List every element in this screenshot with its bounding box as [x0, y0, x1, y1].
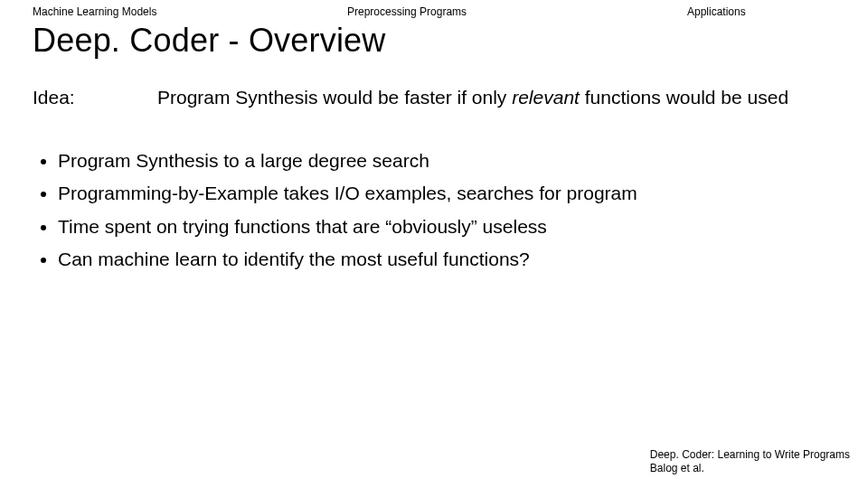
bullet-list: Program Synthesis to a large degree sear…	[0, 108, 868, 276]
idea-text: Program Synthesis would be faster if onl…	[157, 87, 835, 108]
idea-text-pre: Program Synthesis would be faster if onl…	[157, 87, 512, 108]
citation-title: Deep. Coder: Learning to Write Programs	[650, 448, 850, 462]
list-item: Programming-by-Example takes I/O example…	[58, 177, 835, 210]
idea-label: Idea:	[33, 87, 157, 108]
idea-text-em: relevant	[512, 87, 580, 108]
tab-preprocessing: Preprocessing Programs	[347, 5, 651, 18]
citation-authors: Balog et al.	[650, 462, 850, 475]
slide: Machine Learning Models Preprocessing Pr…	[0, 0, 868, 488]
list-item: Program Synthesis to a large degree sear…	[58, 145, 835, 177]
slide-title: Deep. Coder - Overview	[0, 18, 868, 70]
list-item: Time spent on trying functions that are …	[58, 211, 835, 243]
idea-text-post: functions would be used	[580, 87, 788, 108]
list-item: Can machine learn to identify the most u…	[58, 243, 835, 276]
citation: Deep. Coder: Learning to Write Programs …	[650, 448, 850, 475]
tab-ml-models: Machine Learning Models	[0, 5, 347, 18]
idea-row: Idea: Program Synthesis would be faster …	[0, 70, 868, 108]
tab-applications: Applications	[651, 5, 868, 18]
section-tabs: Machine Learning Models Preprocessing Pr…	[0, 0, 868, 18]
